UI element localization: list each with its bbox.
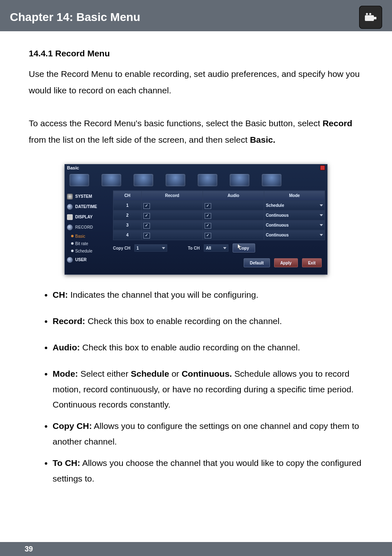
cell-mode[interactable]: Continuous	[264, 211, 325, 220]
top-icon-3[interactable]	[134, 174, 153, 186]
dvr-window-title: Basic	[67, 164, 79, 171]
clock-icon	[67, 204, 73, 210]
intro-paragraph-1: Use the Record Menu to enable recording,…	[29, 66, 363, 99]
cursor-icon	[237, 243, 242, 250]
list-item: CH: Indicates the channel that you will …	[53, 287, 363, 303]
list-item: Audio: Check this box to enable audio re…	[53, 340, 363, 355]
page-footer: 39	[0, 542, 392, 556]
checkbox-icon[interactable]: ✓	[143, 213, 150, 219]
checkbox-icon[interactable]: ✓	[143, 233, 150, 239]
copy-ch-select[interactable]: 1	[134, 244, 167, 252]
exit-button[interactable]: Exit	[302, 258, 322, 267]
camera-icon	[359, 6, 382, 29]
cell-record[interactable]: ✓	[142, 201, 203, 211]
table-row: 1 ✓ ✓ Schedule	[113, 201, 325, 211]
monitor-icon	[67, 214, 73, 220]
to-ch-label: To CH	[188, 244, 200, 252]
col-record: Record	[142, 191, 203, 201]
checkbox-icon[interactable]: ✓	[143, 203, 150, 209]
record-icon	[67, 225, 73, 230]
page-number: 39	[25, 545, 33, 554]
cell-ch: 4	[113, 230, 142, 240]
cell-record[interactable]: ✓	[142, 211, 203, 220]
copy-row: Copy CH 1 To CH All Copy	[113, 243, 325, 253]
col-audio: Audio	[203, 191, 264, 201]
cell-mode[interactable]: Continuous	[264, 220, 325, 230]
subitem-schedule[interactable]: Schedule	[65, 247, 113, 255]
checkbox-icon[interactable]: ✓	[205, 203, 211, 209]
chevron-down-icon	[162, 247, 165, 249]
table-row: 4 ✓ ✓ Continuous	[113, 230, 325, 240]
cell-audio[interactable]: ✓	[203, 211, 264, 220]
col-mode: Mode	[264, 191, 325, 201]
svg-rect-3	[374, 17, 376, 19]
table-row: 3 ✓ ✓ Continuous	[113, 220, 325, 230]
checkbox-icon[interactable]: ✓	[143, 223, 150, 229]
chevron-down-icon	[320, 204, 323, 206]
gear-icon	[67, 194, 73, 199]
definition-list: CH: Indicates the channel that you will …	[29, 287, 363, 486]
dvr-bottom-buttons: Default Apply Exit	[113, 253, 325, 271]
subitem-bitrate[interactable]: Bit rate	[65, 240, 113, 247]
subitem-basic[interactable]: Basic	[65, 232, 113, 240]
top-icon-6[interactable]	[230, 174, 249, 186]
bullet-icon	[71, 242, 74, 245]
checkbox-icon[interactable]: ✓	[205, 213, 211, 219]
list-item: Mode: Select either Schedule or Continuo…	[53, 366, 363, 412]
dvr-titlebar: Basic	[65, 164, 327, 171]
bullet-icon	[71, 250, 74, 252]
cell-record[interactable]: ✓	[142, 230, 203, 240]
apply-button[interactable]: Apply	[274, 258, 298, 267]
sidebar-item-system[interactable]: SYSTEM	[65, 191, 113, 202]
svg-point-2	[369, 13, 371, 15]
checkbox-icon[interactable]: ✓	[205, 233, 211, 239]
top-icon-1[interactable]	[69, 174, 89, 186]
close-icon[interactable]	[320, 165, 325, 170]
cell-audio[interactable]: ✓	[203, 230, 264, 240]
top-icon-2[interactable]	[101, 174, 121, 186]
checkbox-icon[interactable]: ✓	[205, 223, 211, 229]
table-row: 2 ✓ ✓ Continuous	[113, 211, 325, 220]
record-table: CH Record Audio Mode 1 ✓ ✓ Schedule	[113, 190, 325, 240]
chevron-down-icon	[320, 224, 323, 226]
cell-ch: 2	[113, 211, 142, 220]
dvr-content: CH Record Audio Mode 1 ✓ ✓ Schedule	[113, 190, 327, 275]
chevron-down-icon	[320, 214, 323, 216]
copy-ch-label: Copy CH	[113, 244, 130, 252]
list-item: Record: Check this box to enable recordi…	[53, 313, 363, 329]
bullet-icon	[71, 235, 74, 237]
to-ch-select[interactable]: All	[204, 244, 228, 252]
cell-mode[interactable]: Continuous	[264, 230, 325, 240]
copy-button[interactable]: Copy	[233, 243, 255, 253]
default-button[interactable]: Default	[244, 258, 270, 267]
top-icon-4[interactable]	[166, 174, 185, 186]
cell-record[interactable]: ✓	[142, 220, 203, 230]
cell-audio[interactable]: ✓	[203, 201, 264, 211]
chapter-header: Chapter 14: Basic Menu	[0, 0, 392, 31]
list-item: Copy CH: Allows you to configure the set…	[53, 418, 363, 449]
sidebar-item-display[interactable]: DISPLAY	[65, 212, 113, 222]
cell-mode[interactable]: Schedule	[264, 201, 325, 211]
sidebar-item-user[interactable]: USER	[65, 255, 113, 265]
svg-point-1	[366, 13, 368, 15]
section-heading: 14.4.1 Record Menu	[29, 45, 363, 62]
svg-rect-0	[365, 15, 374, 21]
user-icon	[67, 257, 73, 263]
cell-ch: 3	[113, 220, 142, 230]
cell-audio[interactable]: ✓	[203, 220, 264, 230]
chevron-down-icon	[223, 247, 226, 249]
top-icon-5[interactable]	[198, 174, 217, 186]
col-ch: CH	[113, 191, 142, 201]
dvr-screenshot: Basic SYSTEM	[65, 164, 327, 275]
sidebar-item-record[interactable]: RECORD	[65, 222, 113, 232]
dvr-sidebar: SYSTEM DATE/TIME DISPLAY RECORD	[65, 190, 113, 275]
dvr-top-icons	[65, 171, 327, 190]
intro-paragraph-2: To access the Record Menu's basic functi…	[29, 115, 363, 148]
top-icon-7[interactable]	[262, 174, 281, 186]
sidebar-item-datetime[interactable]: DATE/TIME	[65, 202, 113, 212]
cell-ch: 1	[113, 201, 142, 211]
list-item: To CH: Allows you choose the channel tha…	[53, 455, 363, 486]
chevron-down-icon	[320, 234, 323, 236]
chapter-title: Chapter 14: Basic Menu	[10, 11, 382, 24]
